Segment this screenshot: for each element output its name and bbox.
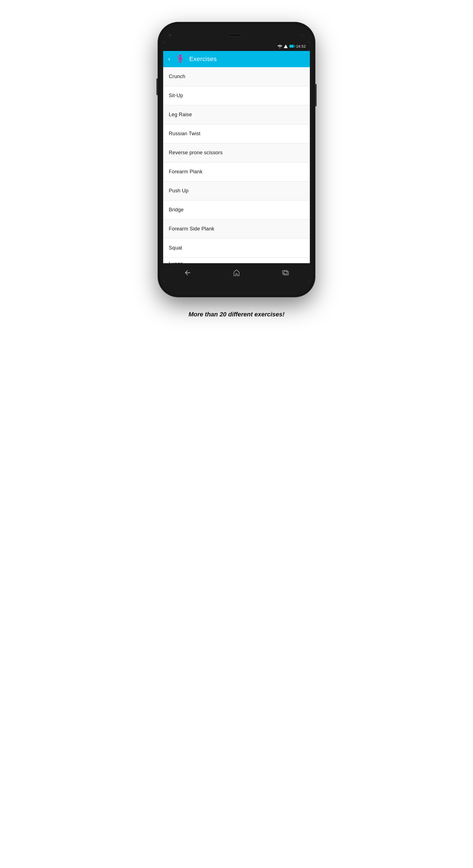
nav-back-icon xyxy=(184,269,191,277)
exercise-name: Push Up xyxy=(169,188,188,194)
speaker xyxy=(229,34,242,37)
exercise-name: Sit-Up xyxy=(169,93,183,99)
exercise-name: Russian Twist xyxy=(169,131,200,137)
exercise-item-bridge[interactable]: Bridge xyxy=(163,200,310,219)
caption-text: More than 20 different exercises! xyxy=(188,311,284,318)
exercise-item-forearmside[interactable]: Forearm Side Plank xyxy=(163,219,310,239)
exercise-name: Squat xyxy=(169,245,182,251)
phone-device: 16:52 ‹ Exercises xyxy=(158,22,315,297)
exercise-item-squat[interactable]: Squat xyxy=(163,239,310,257)
exercise-item-russiantwist[interactable]: Russian Twist xyxy=(163,124,310,143)
back-button[interactable]: ‹ xyxy=(167,54,171,64)
exercise-name: Leg Raise xyxy=(169,112,192,118)
exercise-name: Lunge xyxy=(169,261,183,264)
nav-recents-button[interactable] xyxy=(280,267,291,278)
sensor-dot-2 xyxy=(302,34,304,36)
exercise-item-forearmplank[interactable]: Forearm Plank xyxy=(163,162,310,181)
svg-marker-0 xyxy=(284,44,288,48)
sensor-area xyxy=(299,34,304,36)
status-bar: 16:52 xyxy=(163,41,310,51)
exercise-item-crunch[interactable]: Crunch xyxy=(163,67,310,86)
exercise-item-situp[interactable]: Sit-Up xyxy=(163,86,310,105)
nav-bar xyxy=(163,263,310,282)
exercise-item-lunge[interactable]: Lunge xyxy=(163,257,310,263)
svg-rect-3 xyxy=(284,271,288,275)
exercise-list: Crunch Sit-Up Leg Raise Russian Twist Re… xyxy=(163,67,310,263)
camera-area xyxy=(169,34,171,37)
phone-hardware-top xyxy=(163,30,310,40)
nav-home-icon xyxy=(232,269,241,277)
phone-screen: 16:52 ‹ Exercises xyxy=(163,41,310,282)
wifi-icon xyxy=(278,44,282,48)
signal-icon xyxy=(284,44,288,48)
app-bar: ‹ Exercises xyxy=(163,51,310,67)
sensor-dot-1 xyxy=(299,34,301,36)
battery-icon xyxy=(289,45,294,48)
nav-recents-icon xyxy=(282,269,289,277)
status-icons: 16:52 xyxy=(278,44,306,49)
exercise-name: Forearm Side Plank xyxy=(169,226,214,232)
nav-back-button[interactable] xyxy=(182,267,193,278)
app-bar-title: Exercises xyxy=(189,56,217,63)
app-icon xyxy=(175,54,185,64)
exercise-item-legraise[interactable]: Leg Raise xyxy=(163,105,310,124)
nav-home-button[interactable] xyxy=(231,267,242,278)
exercise-name: Crunch xyxy=(169,74,185,80)
battery-body xyxy=(289,45,294,48)
svg-point-1 xyxy=(179,55,181,57)
svg-rect-2 xyxy=(282,271,287,274)
camera-dot xyxy=(169,34,171,37)
exercise-name: Reverse prone scissors xyxy=(169,150,222,156)
battery-fill xyxy=(290,45,293,47)
exercise-name: Bridge xyxy=(169,207,184,213)
status-time: 16:52 xyxy=(296,44,306,49)
exercise-item-pushup[interactable]: Push Up xyxy=(163,181,310,200)
exercise-item-reverseprone[interactable]: Reverse prone scissors xyxy=(163,143,310,162)
exercise-name: Forearm Plank xyxy=(169,169,202,175)
